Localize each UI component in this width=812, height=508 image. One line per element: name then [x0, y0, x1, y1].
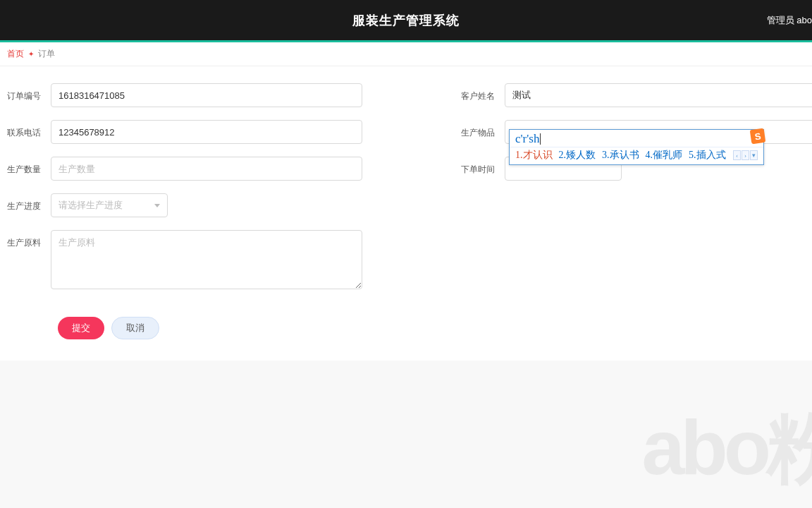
- ime-prev-icon[interactable]: ‹: [733, 150, 741, 160]
- app-title: 服装生产管理系统: [0, 12, 812, 29]
- sogou-logo-icon: S: [750, 128, 766, 145]
- user-info[interactable]: 管理员 abo: [767, 14, 812, 27]
- ime-candidate-4[interactable]: 4.催乳师: [646, 149, 683, 162]
- top-bar: 服装生产管理系统 管理员 abo: [0, 0, 812, 42]
- select-progress-placeholder: 请选择生产进度: [59, 199, 123, 212]
- ime-candidate-5[interactable]: 5.插入式: [689, 149, 726, 162]
- field-progress: 生产进度 请选择生产进度: [7, 193, 362, 217]
- breadcrumb: 首页 ✦ 订单: [0, 42, 812, 66]
- form-actions: 提交 取消: [58, 317, 362, 339]
- field-customer: 客户姓名: [461, 83, 812, 107]
- form-panel: 订单编号 联系电话 生产数量 生产进度 请选择生产进度: [0, 66, 812, 361]
- label-qty: 生产数量: [7, 157, 42, 176]
- chevron-down-icon: [154, 204, 160, 207]
- cancel-button[interactable]: 取消: [111, 317, 159, 339]
- breadcrumb-home[interactable]: 首页: [7, 48, 24, 60]
- ime-candidate-3[interactable]: 3.承认书: [602, 149, 639, 162]
- select-progress[interactable]: 请选择生产进度: [51, 193, 168, 217]
- ime-candidates: 1.才认识 2.矮人数 3.承认书 4.催乳师 5.插入式 ‹ › ▾: [510, 147, 763, 164]
- watermark: abo粉: [641, 396, 812, 501]
- field-material: 生产原料: [7, 230, 362, 291]
- label-order-no: 订单编号: [7, 83, 42, 102]
- ime-composition: c'r'sh: [515, 132, 539, 146]
- label-customer: 客户姓名: [461, 83, 496, 102]
- input-order-no[interactable]: [51, 83, 362, 107]
- submit-button[interactable]: 提交: [58, 317, 104, 339]
- ime-nav: ‹ › ▾: [733, 150, 758, 160]
- label-progress: 生产进度: [7, 193, 42, 212]
- label-order-time: 下单时间: [461, 157, 496, 176]
- field-order-no: 订单编号: [7, 83, 362, 107]
- label-phone: 联系电话: [7, 120, 42, 139]
- input-customer[interactable]: [505, 83, 812, 107]
- field-phone: 联系电话: [7, 120, 362, 144]
- input-phone[interactable]: [51, 120, 362, 144]
- label-product: 生产物品: [461, 120, 496, 139]
- ime-candidate-2[interactable]: 2.矮人数: [559, 149, 596, 162]
- textarea-material[interactable]: [51, 230, 362, 289]
- ime-next-icon[interactable]: ›: [742, 150, 749, 160]
- field-qty: 生产数量: [7, 157, 362, 181]
- ime-menu-icon[interactable]: ▾: [750, 150, 758, 160]
- ime-candidate-1[interactable]: 1.才认识: [515, 149, 553, 162]
- ime-cursor-icon: [540, 133, 541, 145]
- breadcrumb-current[interactable]: 订单: [38, 48, 55, 60]
- breadcrumb-sep-icon: ✦: [28, 50, 34, 58]
- input-qty[interactable]: [51, 157, 362, 181]
- label-material: 生产原料: [7, 230, 42, 249]
- ime-popup: c'r'sh S 1.才认识 2.矮人数 3.承认书 4.催乳师 5.插入式 ‹…: [509, 129, 764, 165]
